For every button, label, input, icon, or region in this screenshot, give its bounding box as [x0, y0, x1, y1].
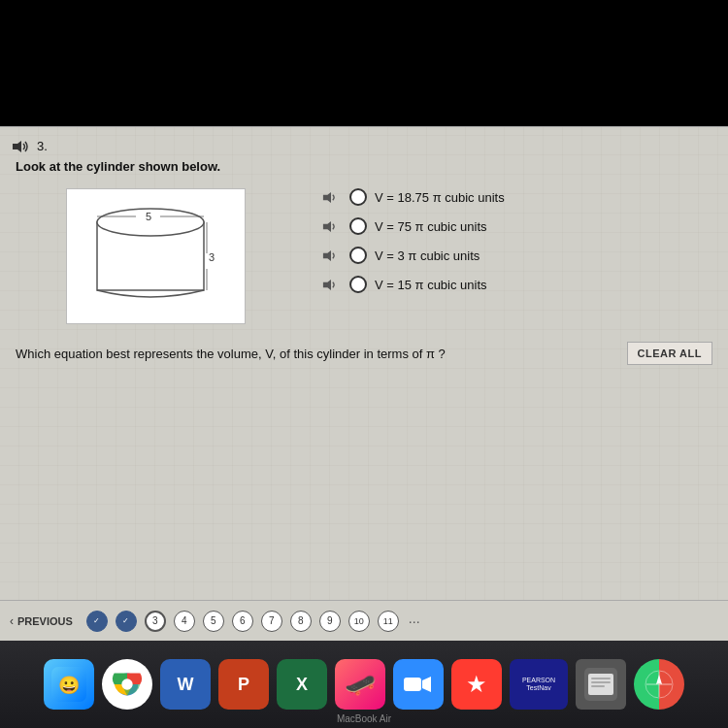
nav-page-2[interactable]: ✓ [116, 611, 137, 632]
nav-page-7[interactable]: 7 [261, 611, 282, 632]
svg-marker-10 [323, 221, 331, 232]
answer-2-text: V = 75 π cubic units [375, 219, 487, 234]
svg-rect-21 [588, 674, 613, 695]
nav-4-label: 4 [182, 615, 187, 626]
nav-page-9[interactable]: 9 [319, 611, 341, 632]
answer-2-speaker[interactable] [320, 218, 342, 234]
svg-marker-9 [323, 192, 331, 203]
excel-icon: X [296, 675, 308, 695]
answer-2-radio[interactable] [349, 217, 367, 235]
nav-bar: ‹ PREVIOUS ✓ ✓ 3 4 5 6 7 8 9 10 11 ··· [0, 600, 728, 641]
nav-9-label: 9 [327, 615, 333, 626]
prev-label: PREVIOUS [17, 615, 73, 627]
nav-page-10[interactable]: 10 [348, 611, 370, 632]
answer-option-3[interactable]: V = 3 π cubic units [320, 247, 718, 264]
nav-page-6[interactable]: 6 [232, 611, 253, 632]
nav-page-8[interactable]: 8 [290, 611, 312, 632]
answer-1-radio[interactable] [349, 188, 367, 206]
answer-3-text: V = 3 π cubic units [375, 248, 480, 263]
nav-11-label: 11 [383, 616, 393, 626]
prev-chevron-icon: ‹ [10, 614, 14, 628]
answer-option-1[interactable]: V = 18.75 π cubic units [320, 188, 718, 206]
nav-1-check: ✓ [93, 616, 100, 625]
reeder-icon: ★ [466, 671, 487, 698]
powerpoint-icon: P [238, 675, 249, 695]
dock-powerpoint[interactable]: P [218, 659, 269, 710]
svg-rect-24 [591, 685, 605, 687]
svg-rect-22 [591, 678, 611, 679]
safari-icon [645, 670, 674, 699]
nav-page-11[interactable]: 11 [378, 611, 399, 632]
svg-marker-12 [323, 280, 331, 290]
answer-1-text: V = 18.75 π cubic units [375, 190, 505, 205]
nav-page-1[interactable]: ✓ [86, 611, 108, 632]
nav-7-label: 7 [269, 615, 275, 626]
svg-marker-19 [422, 677, 431, 692]
main-content: 3. Look at the cylinder shown below. 5 3 [0, 126, 728, 602]
dock-activity[interactable]: 🛹 [335, 659, 385, 710]
previous-button[interactable]: ‹ PREVIOUS [10, 614, 73, 628]
svg-rect-18 [404, 678, 421, 691]
pearson-label: PEARSONTestNav [522, 677, 555, 693]
macbook-model-label: MacBook Air [337, 713, 391, 724]
nav-2-check: ✓ [122, 616, 129, 625]
nav-page-3[interactable]: 3 [145, 611, 166, 632]
dock-chrome[interactable] [102, 659, 152, 710]
dock-word[interactable]: W [160, 659, 211, 710]
nav-10-label: 10 [354, 616, 364, 626]
svg-text:5: 5 [146, 211, 151, 222]
svg-marker-11 [323, 250, 331, 261]
answer-option-4[interactable]: V = 15 π cubic units [320, 276, 718, 293]
cylinder-svg: 5 3 [83, 198, 228, 314]
bottom-question-text: Which equation best represents the volum… [16, 347, 608, 361]
dock-zoom[interactable] [393, 659, 444, 710]
answers-area: V = 18.75 π cubic units V = 75 π cubic u… [320, 183, 718, 324]
svg-rect-23 [591, 681, 611, 683]
nav-more-dots: ··· [409, 613, 420, 629]
answer-option-2[interactable]: V = 75 π cubic units [320, 217, 718, 235]
finder-files-icon [584, 668, 617, 701]
dock-excel[interactable]: X [277, 659, 327, 710]
svg-text:3: 3 [209, 251, 215, 263]
nav-6-label: 6 [240, 615, 246, 626]
question-number: 3. [37, 139, 48, 153]
nav-3-label: 3 [152, 615, 158, 626]
nav-page-4[interactable]: 4 [174, 611, 195, 632]
question-prompt: Look at the cylinder shown below. [0, 159, 728, 183]
nav-page-5[interactable]: 5 [203, 611, 224, 632]
chrome-icon [109, 666, 146, 703]
svg-point-17 [121, 678, 132, 689]
activity-icon: 🛹 [345, 670, 376, 700]
clear-all-button[interactable]: CLEAR ALL [627, 342, 712, 365]
answer-3-speaker[interactable] [320, 248, 342, 263]
answer-1-speaker[interactable] [320, 189, 342, 205]
answer-4-speaker[interactable] [320, 277, 342, 292]
answer-4-radio[interactable] [349, 276, 367, 293]
dock-reeder[interactable]: ★ [451, 659, 502, 710]
answer-3-radio[interactable] [349, 247, 367, 264]
dock-finder[interactable]: 😀 [44, 659, 94, 710]
speaker-icon[interactable] [12, 140, 31, 153]
answer-4-text: V = 15 π cubic units [375, 278, 487, 292]
nav-5-label: 5 [211, 615, 216, 626]
svg-marker-0 [13, 141, 21, 152]
cylinder-image: 5 3 [66, 188, 246, 324]
nav-8-label: 8 [298, 615, 304, 626]
dock-pearson-testnav[interactable]: PEARSONTestNav [510, 659, 568, 710]
top-bar [0, 0, 728, 126]
zoom-icon [404, 675, 433, 694]
question-header: 3. [0, 127, 728, 159]
bottom-question-area: Which equation best represents the volum… [0, 324, 728, 375]
finder-icon: 😀 [51, 667, 86, 702]
question-body: 5 3 [0, 183, 728, 324]
dock-finder-files[interactable] [576, 659, 626, 710]
word-icon: W [178, 675, 194, 695]
dock-safari[interactable] [634, 659, 684, 710]
cylinder-area: 5 3 [10, 183, 301, 324]
svg-text:😀: 😀 [58, 675, 81, 696]
svg-marker-28 [656, 675, 662, 684]
